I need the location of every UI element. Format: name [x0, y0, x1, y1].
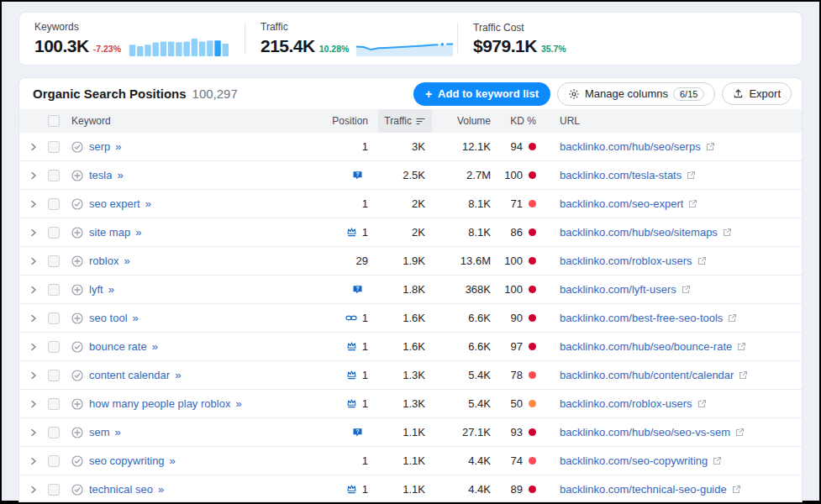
keyword-link[interactable]: content calendar — [89, 369, 170, 381]
keyword-variations-icon[interactable]: » — [170, 454, 175, 467]
keyword-add-icon[interactable] — [71, 284, 83, 296]
keyword-link[interactable]: bounce rate — [89, 340, 147, 353]
url-link[interactable]: backlinko.com/roblox-users — [560, 397, 692, 410]
row-checkbox[interactable] — [48, 341, 60, 353]
external-link-icon[interactable] — [723, 228, 732, 237]
url-link[interactable]: backlinko.com/tesla-stats — [560, 169, 682, 181]
url-link[interactable]: backlinko.com/hub/seo/seo-vs-sem — [560, 426, 730, 438]
keyword-variations-icon[interactable]: » — [135, 226, 140, 239]
keyword-add-icon[interactable] — [71, 227, 83, 239]
row-checkbox[interactable] — [48, 227, 60, 239]
keyword-link[interactable]: seo expert — [89, 197, 140, 210]
row-expand-chevron-icon[interactable] — [30, 428, 37, 437]
keyword-variations-icon[interactable]: » — [108, 283, 113, 296]
url-link[interactable]: backlinko.com/roblox-users — [560, 255, 692, 267]
external-link-icon[interactable] — [713, 456, 722, 465]
column-header-traffic[interactable]: Traffic — [378, 109, 432, 133]
keyword-link[interactable]: roblox — [89, 255, 118, 267]
row-expand-chevron-icon[interactable] — [30, 257, 37, 265]
keyword-link[interactable]: seo copywriting — [89, 454, 165, 467]
row-expand-chevron-icon[interactable] — [30, 286, 37, 294]
row-expand-chevron-icon[interactable] — [30, 228, 37, 237]
keyword-variations-icon[interactable]: » — [115, 140, 120, 153]
url-link[interactable]: backlinko.com/best-free-seo-tools — [560, 312, 723, 324]
external-link-icon[interactable] — [682, 285, 691, 294]
row-checkbox[interactable] — [48, 255, 60, 267]
external-link-icon[interactable] — [687, 171, 696, 180]
row-checkbox[interactable] — [48, 284, 60, 296]
column-header-kd[interactable]: KD % — [496, 109, 550, 133]
row-checkbox[interactable] — [48, 170, 60, 181]
keyword-add-icon[interactable] — [71, 312, 83, 324]
keyword-variations-icon[interactable]: » — [115, 426, 120, 438]
url-link[interactable]: backlinko.com/hub/seo/serps — [560, 140, 701, 153]
keyword-in-list-icon[interactable] — [71, 370, 83, 381]
keyword-link[interactable]: serp — [89, 140, 110, 153]
row-expand-chevron-icon[interactable] — [30, 143, 37, 151]
external-link-icon[interactable] — [737, 342, 746, 351]
external-link-icon[interactable] — [697, 399, 707, 408]
keyword-link[interactable]: lyft — [89, 283, 103, 296]
select-all-checkbox[interactable] — [48, 115, 60, 127]
column-header-keyword[interactable]: Keyword — [71, 109, 318, 133]
external-link-icon[interactable] — [732, 485, 741, 494]
keyword-variations-icon[interactable]: » — [124, 255, 129, 267]
column-header-position[interactable]: Position — [318, 109, 378, 133]
row-checkbox[interactable] — [48, 312, 60, 324]
keyword-variations-icon[interactable]: » — [235, 397, 240, 410]
column-header-url[interactable]: URL — [550, 109, 802, 133]
external-link-icon[interactable] — [728, 313, 737, 323]
url-link[interactable]: backlinko.com/seo-expert — [560, 197, 683, 210]
keyword-in-list-icon[interactable] — [71, 341, 83, 353]
keyword-variations-icon[interactable]: » — [158, 483, 163, 496]
row-checkbox[interactable] — [48, 398, 60, 410]
row-checkbox[interactable] — [48, 198, 60, 210]
row-expand-chevron-icon[interactable] — [30, 486, 37, 494]
keyword-variations-icon[interactable]: » — [145, 197, 150, 210]
url-link[interactable]: backlinko.com/lyft-users — [560, 283, 676, 296]
keyword-add-icon[interactable] — [71, 427, 83, 438]
keyword-link[interactable]: seo tool — [89, 312, 128, 324]
row-expand-chevron-icon[interactable] — [30, 457, 37, 465]
row-expand-chevron-icon[interactable] — [30, 200, 37, 208]
url-link[interactable]: backlinko.com/hub/content/calendar — [560, 369, 734, 381]
keyword-in-list-icon[interactable] — [71, 455, 83, 467]
external-link-icon[interactable] — [706, 142, 715, 151]
keyword-add-icon[interactable] — [71, 170, 83, 181]
row-checkbox[interactable] — [48, 141, 60, 153]
external-link-icon[interactable] — [688, 199, 697, 208]
url-link[interactable]: backlinko.com/hub/seo/sitemaps — [560, 226, 718, 239]
keyword-add-icon[interactable] — [71, 398, 83, 410]
keyword-link[interactable]: site map — [89, 226, 130, 239]
row-checkbox[interactable] — [48, 370, 60, 381]
column-header-volume[interactable]: Volume — [432, 109, 496, 133]
row-expand-chevron-icon[interactable] — [30, 171, 37, 180]
add-to-keyword-list-button[interactable]: + Add to keyword list — [413, 82, 550, 106]
keyword-in-list-icon[interactable] — [71, 141, 83, 153]
keyword-variations-icon[interactable]: » — [152, 340, 157, 353]
row-checkbox[interactable] — [48, 455, 60, 467]
manage-columns-button[interactable]: Manage columns 6/15 — [557, 82, 715, 106]
row-expand-chevron-icon[interactable] — [30, 314, 37, 323]
keyword-variations-icon[interactable]: » — [133, 312, 138, 324]
keyword-link[interactable]: sem — [89, 426, 110, 438]
keyword-in-list-icon[interactable] — [71, 198, 83, 210]
external-link-icon[interactable] — [735, 428, 745, 437]
external-link-icon[interactable] — [739, 370, 748, 380]
url-link[interactable]: backlinko.com/seo-copywriting — [560, 454, 708, 467]
export-button[interactable]: Export — [722, 82, 792, 105]
row-checkbox[interactable] — [48, 427, 60, 438]
url-link[interactable]: backlinko.com/technical-seo-guide — [560, 483, 727, 496]
row-checkbox[interactable] — [48, 484, 60, 496]
url-link[interactable]: backlinko.com/hub/seo/bounce-rate — [560, 340, 732, 353]
keyword-variations-icon[interactable]: » — [117, 169, 122, 181]
keyword-link[interactable]: how many people play roblox — [89, 397, 230, 410]
keyword-link[interactable]: technical seo — [89, 483, 153, 496]
external-link-icon[interactable] — [697, 256, 707, 265]
keyword-add-icon[interactable] — [71, 255, 83, 267]
row-expand-chevron-icon[interactable] — [30, 371, 37, 380]
keyword-in-list-icon[interactable] — [71, 484, 83, 496]
keyword-variations-icon[interactable]: » — [175, 369, 180, 381]
row-expand-chevron-icon[interactable] — [30, 343, 37, 351]
keyword-link[interactable]: tesla — [89, 169, 112, 181]
